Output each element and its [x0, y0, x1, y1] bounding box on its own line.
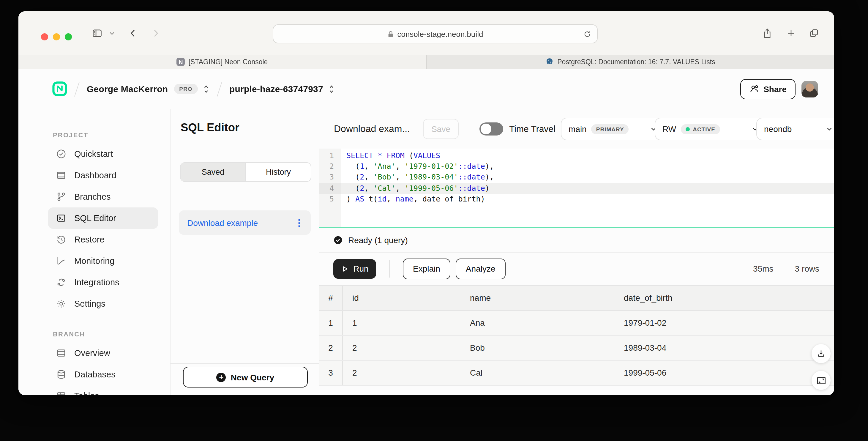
query-stats: 35ms 3 rows [753, 264, 819, 273]
sidebar-item-monitoring[interactable]: Monitoring [48, 250, 158, 272]
new-tab-icon[interactable] [786, 28, 796, 38]
nodes-icon [56, 277, 66, 288]
browser-toolbar: console-stage.neon.build [19, 11, 834, 55]
code-line-4[interactable]: 4 (2, 'Cal', '1999-05-06'::date) [319, 183, 834, 194]
sql-code-editor[interactable]: 1SELECT * FROM (VALUES2 (1, 'Ana', '1979… [319, 149, 834, 227]
sidebar-item-tables[interactable]: Tables [48, 385, 158, 395]
sidebar-item-label: Tables [74, 391, 99, 395]
code-line-3[interactable]: 3 (2, 'Bob', '1989-03-04'::date), [319, 172, 834, 183]
analyze-button[interactable]: Analyze [456, 258, 505, 279]
table-cell: Ana [460, 318, 614, 327]
code-text: (1, 'Ana', '1979-01-02'::date), [341, 161, 834, 172]
code-lines: 1SELECT * FROM (VALUES2 (1, 'Ana', '1979… [319, 150, 834, 204]
table-cell: Bob [460, 343, 614, 352]
address-bar[interactable]: console-stage.neon.build [273, 24, 598, 43]
org-selector-chevrons-icon[interactable] [203, 84, 210, 94]
run-button[interactable]: Run [333, 259, 376, 278]
divider [170, 363, 319, 364]
sidebar-item-restore[interactable]: Restore [48, 229, 158, 250]
sidebar-item-sql-editor[interactable]: SQL Editor [48, 207, 158, 229]
download-icon [816, 349, 826, 358]
history-icon [56, 234, 66, 245]
code-line-1[interactable]: 1SELECT * FROM (VALUES [319, 150, 834, 161]
sidebar-item-settings[interactable]: Settings [48, 293, 158, 315]
divider [170, 143, 319, 143]
table-cell: 3 [319, 360, 343, 385]
sidebar-item-databases[interactable]: Databases [48, 364, 158, 385]
code-line-5[interactable]: 5) AS t(id, name, date_of_birth) [319, 194, 834, 204]
sidebar-item-branches[interactable]: Branches [48, 186, 158, 207]
tab-overview-icon[interactable] [809, 28, 819, 38]
gear-icon [56, 298, 66, 309]
sidebar-item-quickstart[interactable]: Quickstart [48, 143, 158, 165]
table-cell: 1989-03-04 [614, 343, 834, 352]
sidebar-item-label: Settings [74, 299, 105, 308]
kebab-menu-icon[interactable]: ⋮ [295, 217, 304, 228]
forward-button-icon [150, 28, 161, 38]
column-header-date_of_birth: date_of_birth [614, 293, 834, 302]
lock-icon [387, 30, 394, 38]
branch-select[interactable]: main PRIMARY [561, 118, 665, 140]
explain-button[interactable]: Explain [403, 258, 450, 279]
sidebar-item-overview[interactable]: Overview [48, 342, 158, 364]
sidebar-item-dashboard[interactable]: Dashboard [48, 165, 158, 186]
zoom-window-button[interactable] [65, 33, 72, 40]
neon-logo[interactable] [52, 82, 67, 96]
share-page-icon[interactable] [762, 27, 772, 39]
time-travel-label: Time Travel [509, 124, 556, 134]
url-text: console-stage.neon.build [397, 29, 483, 38]
tab-postgresql-docs[interactable]: PostgreSQL: Documentation: 16: 7.7. VALU… [426, 55, 834, 69]
code-text: (2, 'Cal', '1999-05-06'::date) [341, 183, 834, 194]
reload-icon[interactable] [583, 30, 591, 38]
sidebar-chevron-down-icon[interactable] [109, 30, 115, 36]
sidebar-item-label: Monitoring [74, 256, 114, 266]
share-button[interactable]: Share [740, 79, 796, 99]
tab-saved[interactable]: Saved [181, 163, 245, 181]
compute-select[interactable]: RW ACTIVE [655, 118, 766, 140]
sidebar-toggle-icon[interactable] [92, 27, 103, 39]
table-row[interactable]: 11Ana1979-01-02 [319, 311, 834, 335]
project-name[interactable]: purple-haze-63747937 [229, 84, 323, 94]
results-header-row: #idnamedate_of_birth [319, 285, 834, 311]
sidebar-section-label: BRANCH [53, 330, 170, 337]
postgresql-favicon [546, 58, 554, 66]
expand-results-button[interactable] [811, 371, 831, 390]
project-selector-chevrons-icon[interactable] [328, 84, 335, 94]
code-text: ) AS t(id, name, date_of_birth) [341, 194, 834, 204]
query-actions-row: Run Explain Analyze 35ms 3 rows [319, 252, 834, 285]
saved-query-item[interactable]: Download example ⋮ [179, 210, 311, 235]
user-avatar[interactable] [802, 81, 818, 97]
neon-favicon: N [177, 58, 185, 66]
tab-history[interactable]: History [245, 163, 311, 181]
table-row[interactable]: 22Bob1989-03-04 [319, 335, 834, 360]
git-branch-icon [56, 192, 66, 202]
new-query-button[interactable]: + New Query [183, 367, 308, 387]
console-header: George MacKerron PRO purple-haze-6374793… [19, 69, 834, 109]
sidebar-section-label: PROJECT [53, 131, 170, 139]
tab-neon-console[interactable]: N [STAGING] Neon Console [19, 55, 426, 69]
download-results-button[interactable] [811, 344, 831, 363]
table-row[interactable]: 32Cal1999-05-06 [319, 360, 834, 385]
column-header-index: # [319, 286, 343, 310]
results-table: #idnamedate_of_birth 11Ana1979-01-0222Bo… [319, 285, 834, 385]
terminal-icon [56, 213, 66, 224]
table-icon [56, 390, 66, 395]
back-button-icon[interactable] [128, 28, 138, 38]
plan-badge: PRO [174, 84, 198, 94]
window-icon [56, 170, 66, 181]
chevron-down-icon [826, 125, 833, 133]
close-window-button[interactable] [41, 33, 48, 40]
time-travel-toggle[interactable] [479, 122, 503, 135]
sidebar-item-integrations[interactable]: Integrations [48, 272, 158, 293]
row-count: 3 rows [795, 264, 819, 273]
column-header-name: name [460, 293, 614, 302]
code-line-2[interactable]: 2 (1, 'Ana', '1979-01-02'::date), [319, 161, 834, 172]
database-icon [56, 369, 66, 380]
editor-toolbar: Download exam... Save Time Travel main P… [319, 109, 834, 149]
divider [389, 260, 390, 277]
save-button[interactable]: Save [423, 119, 459, 139]
org-name[interactable]: George MacKerron [87, 84, 168, 94]
database-select[interactable]: neondb [756, 118, 834, 140]
line-number: 1 [319, 150, 341, 161]
minimize-window-button[interactable] [53, 33, 60, 40]
